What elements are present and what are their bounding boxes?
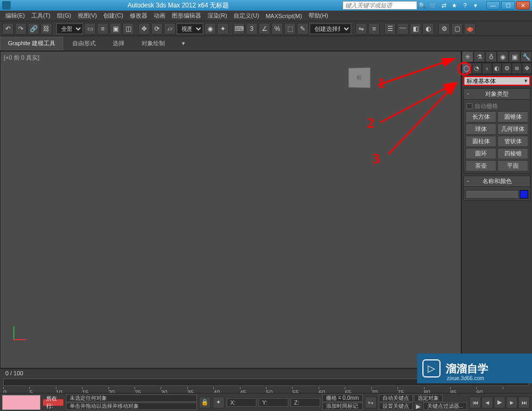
goto-start-button[interactable]: ⏮	[469, 397, 481, 408]
set-key-icon[interactable]: ▶	[414, 402, 422, 410]
lock-selection-button[interactable]: 🔒	[199, 397, 211, 408]
cone-button[interactable]: 圆锥体	[497, 111, 528, 122]
menu-rendering[interactable]: 渲染(R)	[204, 11, 230, 21]
geosphere-button[interactable]: 几何球体	[497, 124, 528, 135]
cameras-category[interactable]: ◐	[492, 63, 502, 74]
menu-customize[interactable]: 自定义(U)	[230, 11, 262, 21]
plane-button[interactable]: 平面	[497, 160, 528, 171]
menu-tools[interactable]: 工具(T)	[28, 11, 54, 21]
unlink-button[interactable]: ⛓	[40, 23, 52, 35]
object-name-input[interactable]	[466, 190, 519, 199]
view-cube[interactable]: 前	[348, 67, 371, 88]
minimize-button[interactable]: —	[486, 1, 500, 10]
scale-button[interactable]: ▱	[164, 23, 176, 35]
close-button[interactable]: ✕	[516, 1, 530, 10]
curve-editor-button[interactable]: 〰	[397, 23, 409, 35]
schematic-view-button[interactable]: ◧	[410, 23, 421, 35]
ribbon-tab-freeform[interactable]: 自由形式	[64, 37, 104, 50]
percent-snap-button[interactable]: %	[271, 23, 283, 35]
menu-help[interactable]: 帮助(H)	[305, 11, 331, 21]
trackbar-thumbnail[interactable]	[2, 395, 40, 410]
menu-modifiers[interactable]: 修改器	[127, 11, 151, 21]
spinner-snap-button[interactable]: ⬚	[284, 23, 296, 35]
teapot-button[interactable]: 茶壶	[466, 160, 496, 171]
manipulate-button[interactable]: ✦	[217, 23, 229, 35]
absolute-mode-button[interactable]: ✦	[213, 397, 225, 408]
display-tab[interactable]: ▣	[509, 51, 520, 62]
menu-view[interactable]: 视图(V)	[74, 11, 101, 21]
dropdown-icon[interactable]: ▾	[471, 1, 480, 10]
key-mode-button[interactable]: 🗝	[365, 397, 377, 408]
next-frame-button[interactable]: ►	[506, 397, 518, 408]
window-crossing-button[interactable]: ◫	[122, 23, 134, 35]
exchange-icon[interactable]: ⇄	[439, 1, 448, 10]
star-icon[interactable]: ★	[450, 1, 459, 10]
ribbon-tab-selection[interactable]: 选择	[105, 37, 132, 50]
systems-category[interactable]: ✥	[522, 63, 532, 74]
layer-manager-button[interactable]: ☰	[384, 23, 396, 35]
mirror-button[interactable]: ⇋	[355, 23, 367, 35]
modify-tab[interactable]: ⚗	[473, 51, 485, 62]
render-setup-button[interactable]: ⚙	[438, 23, 450, 35]
ribbon-expand-toggle[interactable]: ▾	[174, 37, 193, 50]
autogrid-checkbox[interactable]: 自动栅格	[466, 101, 528, 111]
selected-filter[interactable]: 选定对象	[414, 394, 443, 402]
rotate-button[interactable]: ⟳	[151, 23, 163, 35]
object-color-swatch[interactable]	[520, 190, 528, 199]
menu-animation[interactable]: 动画	[151, 11, 169, 21]
help-icon[interactable]: ?	[460, 1, 470, 10]
undo-button[interactable]: ↶	[2, 23, 14, 35]
help-search-input[interactable]	[343, 1, 417, 10]
primitive-dropdown[interactable]: 标准基本体 ▼	[463, 76, 530, 86]
select-object-button[interactable]: ▭	[84, 23, 96, 35]
sphere-button[interactable]: 球体	[466, 124, 496, 135]
redo-button[interactable]: ↷	[15, 23, 27, 35]
angle-snap-button[interactable]: ∠	[259, 23, 270, 35]
material-editor-button[interactable]: ◐	[422, 23, 434, 35]
helpers-category[interactable]: ⚙	[502, 63, 512, 74]
goto-end-button[interactable]: ⏭	[518, 397, 530, 408]
selection-filter[interactable]: 全部	[56, 23, 83, 34]
pivot-center-button[interactable]: ◉	[204, 23, 216, 35]
viewport-label[interactable]: [+0 前 0 真实]	[4, 54, 39, 62]
create-tab[interactable]: ✳	[462, 51, 473, 62]
cylinder-button[interactable]: 圆柱体	[466, 136, 496, 147]
prev-frame-button[interactable]: ◄	[481, 397, 493, 408]
lights-category[interactable]: ♀	[482, 63, 492, 74]
ref-coord-system[interactable]: 视图	[177, 23, 203, 34]
cart-icon[interactable]: 🛒	[428, 1, 438, 10]
keyboard-shortcut-button[interactable]: ⌨	[233, 23, 245, 35]
rendered-frame-button[interactable]: ▢	[451, 23, 463, 35]
menu-maxscript[interactable]: MAXScript(M)	[262, 12, 305, 20]
pyramid-button[interactable]: 四棱锥	[497, 148, 528, 159]
render-production-button[interactable]: 🫖	[464, 23, 476, 35]
menu-edit[interactable]: 编辑(E)	[2, 11, 28, 21]
ribbon-tab-modeling[interactable]: Graphite 建模工具	[0, 37, 63, 50]
spacewarps-category[interactable]: ≋	[512, 63, 522, 74]
edit-named-sel-button[interactable]: ✎	[297, 23, 309, 35]
utilities-tab[interactable]: 🔧	[520, 51, 532, 62]
viewport[interactable]: [+0 前 0 真实] 前	[0, 51, 461, 368]
transform-x[interactable]: X:	[227, 398, 256, 407]
motion-tab[interactable]: ◉	[497, 51, 509, 62]
transform-z[interactable]: Z:	[290, 398, 320, 407]
menu-graph-editors[interactable]: 图形编辑器	[169, 11, 204, 21]
torus-button[interactable]: 圆环	[466, 148, 496, 159]
name-color-rollup-head[interactable]: -名称和颜色	[463, 176, 530, 187]
tube-button[interactable]: 管状体	[497, 136, 528, 147]
transform-y[interactable]: Y:	[259, 398, 288, 407]
ribbon-tab-paint[interactable]: 对象绘制	[134, 37, 173, 50]
select-by-name-button[interactable]: ≡	[97, 23, 109, 35]
menu-group[interactable]: 组(G)	[54, 11, 74, 21]
move-button[interactable]: ✥	[138, 23, 150, 35]
hierarchy-tab[interactable]: ♁	[485, 51, 497, 62]
menu-create[interactable]: 创建(C)	[100, 11, 126, 21]
play-button[interactable]: ▶	[494, 397, 505, 408]
box-button[interactable]: 长方体	[466, 111, 496, 122]
object-type-rollup-head[interactable]: -对象类型	[463, 88, 530, 100]
auto-key-button[interactable]: 自动关键点	[379, 394, 413, 402]
shapes-category[interactable]: ◔	[472, 63, 482, 74]
maximize-button[interactable]: ☐	[501, 1, 515, 10]
search-icon[interactable]: 🔍	[418, 1, 427, 10]
snap-toggle-button[interactable]: 3	[246, 23, 257, 35]
